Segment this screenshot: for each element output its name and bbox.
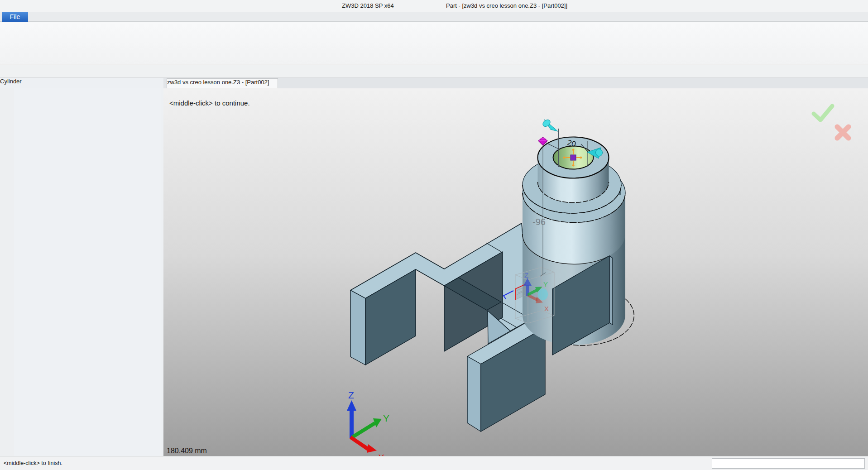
svg-text:Z: Z — [348, 390, 354, 400]
svg-text:Y: Y — [383, 413, 389, 423]
svg-text:X: X — [544, 305, 549, 312]
svg-text:<middle-click> to continue.: <middle-click> to continue. — [169, 99, 250, 107]
svg-text:X: X — [378, 452, 384, 456]
svg-text:Y: Y — [543, 280, 548, 288]
svg-text:180.409 mm: 180.409 mm — [167, 447, 207, 455]
svg-text:-96: -96 — [532, 217, 546, 227]
svg-text:Z: Z — [524, 271, 528, 279]
